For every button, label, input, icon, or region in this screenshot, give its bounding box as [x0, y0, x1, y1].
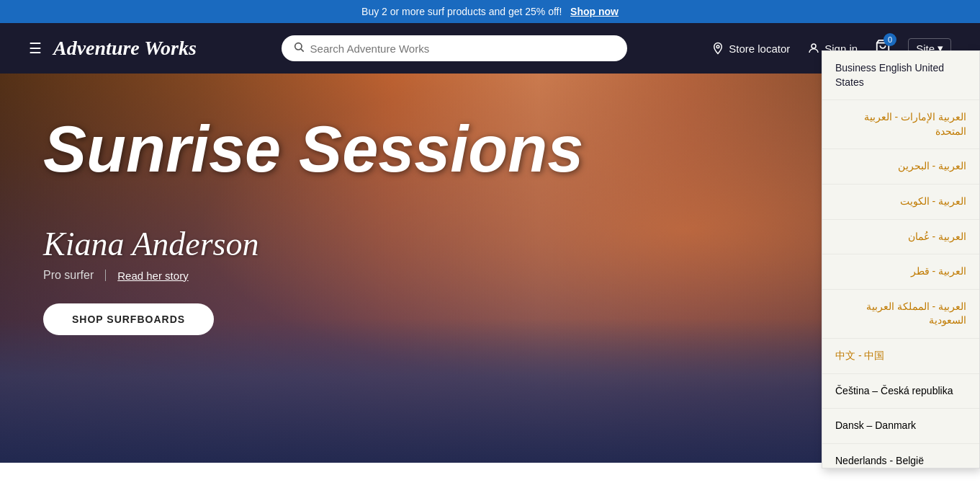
store-locator-button[interactable]: Store locator — [711, 42, 790, 55]
svg-line-1 — [301, 49, 304, 52]
shop-surfboards-button[interactable]: SHOP SURFBOARDS — [43, 303, 214, 335]
svg-point-3 — [812, 44, 816, 48]
hero-title: Sunrise Sessions — [43, 117, 583, 182]
logo[interactable]: Adventure Works — [53, 37, 197, 60]
svg-point-0 — [295, 43, 301, 50]
hamburger-icon[interactable]: ☰ — [29, 40, 42, 57]
search-icon — [293, 41, 305, 55]
site-dropdown-item[interactable]: العربية - البحرين — [822, 149, 979, 185]
site-dropdown: Business English United Statesالعربية ال… — [822, 50, 980, 463]
cart-badge: 0 — [884, 33, 896, 46]
hero-content: Sunrise Sessions Kiana Anderson Pro surf… — [0, 74, 626, 378]
store-locator-label: Store locator — [729, 43, 790, 55]
search-bar — [225, 35, 683, 61]
surfer-role-text: Pro surfer — [43, 269, 94, 282]
site-dropdown-item[interactable]: العربية الإمارات - العربية المتحدة — [822, 100, 979, 149]
promo-link[interactable]: Shop now — [570, 6, 619, 17]
surfer-name: Kiana Anderson — [43, 225, 583, 263]
promo-banner: Buy 2 or more surf products and get 25% … — [0, 0, 980, 23]
site-dropdown-item[interactable]: العربية - المملكة العربية السعودية — [822, 290, 979, 339]
site-dropdown-item[interactable]: Čeština – Česká republika — [822, 374, 979, 409]
site-dropdown-item[interactable]: Dansk – Danmark — [822, 409, 979, 444]
svg-point-2 — [716, 45, 719, 48]
surfer-role: Pro surfer Read her story — [43, 269, 583, 282]
search-input-wrapper — [282, 35, 627, 61]
read-story-link[interactable]: Read her story — [117, 270, 188, 282]
site-dropdown-item[interactable]: Nederlands - België — [822, 444, 979, 463]
promo-text: Buy 2 or more surf products and get 25% … — [361, 6, 562, 17]
site-dropdown-item[interactable]: 中文 - 中国 — [822, 339, 979, 374]
role-divider — [105, 270, 106, 281]
search-input[interactable] — [310, 43, 616, 55]
site-dropdown-item[interactable]: العربية - عُمان — [822, 220, 979, 255]
site-dropdown-item[interactable]: Business English United States — [822, 51, 979, 100]
site-dropdown-item[interactable]: العربية - الكويت — [822, 185, 979, 220]
site-dropdown-item[interactable]: العربية - قطر — [822, 254, 979, 290]
